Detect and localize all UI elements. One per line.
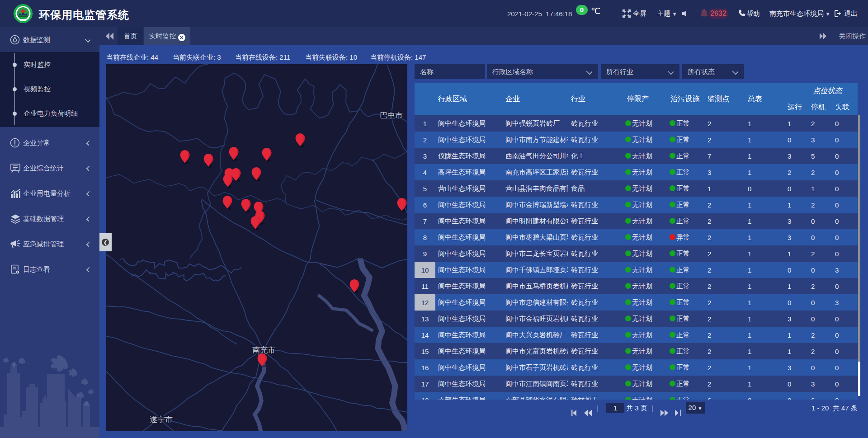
svg-text:南充市: 南充市 [252,346,275,354]
svg-text:遂宁市: 遂宁市 [150,415,173,424]
svg-text:巴中市: 巴中市 [380,111,403,120]
